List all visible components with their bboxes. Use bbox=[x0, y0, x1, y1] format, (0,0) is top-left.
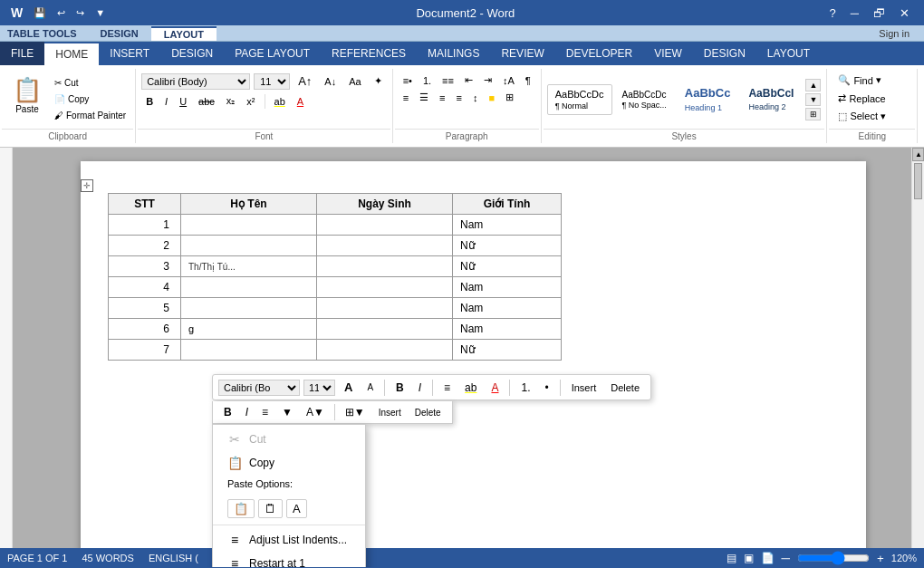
scroll-thumb[interactable] bbox=[914, 163, 922, 199]
mini-italic-btn[interactable]: I bbox=[413, 380, 427, 396]
sign-in-btn[interactable]: Sign in bbox=[871, 26, 917, 41]
view-print-btn[interactable]: ▤ bbox=[727, 552, 736, 564]
decrease-indent-btn[interactable]: ⇤ bbox=[460, 72, 477, 88]
align-left-btn[interactable]: ≡ bbox=[399, 91, 413, 105]
view-web-btn[interactable]: ▣ bbox=[744, 552, 754, 564]
increase-indent-btn[interactable]: ⇥ bbox=[479, 72, 496, 88]
minimize-btn[interactable]: ─ bbox=[843, 5, 866, 22]
mini-row2-highlight[interactable]: ▼ bbox=[276, 404, 298, 420]
sort-btn[interactable]: ↕A bbox=[498, 73, 519, 88]
font-color-btn[interactable]: A bbox=[293, 94, 308, 109]
mini-highlight-btn[interactable]: ab bbox=[459, 380, 482, 396]
mini-bold-btn[interactable]: B bbox=[390, 380, 409, 396]
tab-view[interactable]: VIEW bbox=[643, 42, 693, 65]
mini-row2-color[interactable]: A▼ bbox=[301, 404, 330, 420]
mini-font-select[interactable]: Calibri (Bo bbox=[218, 380, 300, 396]
italic-btn[interactable]: I bbox=[160, 94, 172, 109]
bullets-btn[interactable]: ≡• bbox=[399, 73, 417, 88]
document-main[interactable]: ✛ STT Họ Tên Ngày Sinh Giới Tính 1 bbox=[13, 148, 911, 567]
numbering-btn[interactable]: 1. bbox=[419, 73, 436, 88]
paste-opt-2[interactable]: 🗒 bbox=[258, 499, 283, 518]
mini-delete-btn[interactable]: Delete bbox=[605, 380, 645, 395]
mini-row2-insert[interactable]: Insert bbox=[373, 406, 407, 419]
subscript-btn[interactable]: x₂ bbox=[222, 93, 240, 109]
table-move-handle[interactable]: ✛ bbox=[81, 179, 93, 192]
tab-mailings[interactable]: MAILINGS bbox=[417, 42, 490, 65]
justify-btn[interactable]: ≡ bbox=[451, 91, 466, 105]
zoom-minus-btn[interactable]: ─ bbox=[782, 552, 790, 565]
scroll-up-btn[interactable]: ▲ bbox=[912, 148, 924, 161]
mini-bullets-btn[interactable]: • bbox=[539, 380, 553, 396]
strikethrough-btn[interactable]: abc bbox=[194, 94, 219, 109]
tab-page-layout[interactable]: PAGE LAYOUT bbox=[224, 42, 321, 65]
case-btn[interactable]: Aa bbox=[344, 74, 365, 89]
borders-btn[interactable]: ⊞ bbox=[501, 90, 518, 105]
tab-review[interactable]: REVIEW bbox=[490, 42, 554, 65]
line-spacing-btn[interactable]: ↕ bbox=[468, 91, 483, 105]
mini-color-btn[interactable]: A bbox=[486, 380, 504, 396]
help-btn[interactable]: ? bbox=[823, 5, 843, 22]
ctx-cut[interactable]: ✂ Cut bbox=[213, 428, 365, 451]
tab-file[interactable]: FILE bbox=[0, 42, 44, 65]
replace-btn[interactable]: ⇄ Replace bbox=[833, 91, 890, 106]
tab-design[interactable]: DESIGN bbox=[88, 26, 151, 41]
cut-button[interactable]: ✂ Cut bbox=[51, 76, 130, 90]
redo-quick-btn[interactable]: ↪ bbox=[72, 5, 88, 21]
paste-button[interactable]: 📋 Paste bbox=[5, 72, 49, 118]
align-right-btn[interactable]: ≡ bbox=[435, 91, 449, 105]
shading-btn[interactable]: ■ bbox=[484, 91, 499, 105]
style-normal[interactable]: AaBbCcDc¶ Normal bbox=[547, 84, 612, 115]
style-heading1[interactable]: AaBbCcHeading 1 bbox=[677, 82, 739, 118]
mini-row2-delete[interactable]: Delete bbox=[409, 406, 447, 419]
mini-numbering-btn[interactable]: 1. bbox=[515, 380, 535, 396]
highlight-btn[interactable]: ab bbox=[270, 94, 290, 109]
styles-scroll-up[interactable]: ▲ bbox=[805, 79, 821, 91]
style-no-spacing[interactable]: AaBbCcDc¶ No Spac... bbox=[614, 85, 675, 114]
zoom-plus-btn[interactable]: + bbox=[877, 552, 884, 565]
tab-design[interactable]: DESIGN bbox=[160, 42, 224, 65]
grow-font-btn[interactable]: A↑ bbox=[294, 72, 316, 90]
paste-opt-1[interactable]: 📋 bbox=[227, 499, 255, 518]
underline-btn[interactable]: U bbox=[175, 94, 191, 109]
tab-references[interactable]: REFERENCES bbox=[321, 42, 417, 65]
view-read-btn[interactable]: 📄 bbox=[761, 552, 775, 564]
paste-opt-3[interactable]: A bbox=[286, 499, 307, 518]
style-heading2[interactable]: AaBbCcIHeading 2 bbox=[740, 82, 802, 117]
zoom-slider[interactable] bbox=[797, 551, 870, 565]
mini-row2-align[interactable]: ≡ bbox=[256, 404, 274, 420]
font-name-select[interactable]: Calibri (Body) bbox=[141, 73, 250, 90]
format-painter-button[interactable]: 🖌 Format Painter bbox=[51, 109, 130, 122]
ctx-copy[interactable]: 📋 Copy bbox=[213, 451, 365, 475]
tab-insert[interactable]: INSERT bbox=[99, 42, 160, 65]
scrollbar-right[interactable]: ▲ ▼ bbox=[911, 148, 924, 567]
maximize-btn[interactable]: 🗗 bbox=[866, 5, 892, 22]
customize-quick-btn[interactable]: ▼ bbox=[91, 5, 109, 20]
copy-button[interactable]: 📄 Copy bbox=[51, 92, 130, 106]
shrink-font-btn[interactable]: A↓ bbox=[320, 74, 341, 89]
mini-row2-italic[interactable]: I bbox=[240, 404, 254, 420]
select-btn[interactable]: ⬚ Select ▾ bbox=[833, 109, 891, 124]
save-quick-btn[interactable]: 💾 bbox=[30, 5, 50, 21]
mini-grow-btn[interactable]: A bbox=[339, 379, 358, 396]
undo-quick-btn[interactable]: ↩ bbox=[53, 5, 69, 21]
superscript-btn[interactable]: x² bbox=[242, 94, 259, 109]
mini-shrink-btn[interactable]: A bbox=[361, 380, 379, 394]
clear-format-btn[interactable]: ✦ bbox=[370, 73, 387, 89]
ctx-adjust-list[interactable]: ≡ Adjust List Indents... bbox=[213, 528, 365, 552]
mini-row2-bold[interactable]: B bbox=[218, 404, 237, 420]
tab-home[interactable]: HOME bbox=[44, 42, 99, 65]
tab-table-design[interactable]: DESIGN bbox=[693, 42, 756, 65]
mini-size-select[interactable]: 11 bbox=[303, 380, 335, 396]
mini-align-btn[interactable]: ≡ bbox=[438, 380, 456, 396]
bold-btn[interactable]: B bbox=[141, 94, 158, 109]
tab-developer[interactable]: DEVELOPER bbox=[555, 42, 643, 65]
mini-row2-table[interactable]: ⊞▼ bbox=[340, 404, 371, 420]
multilevel-btn[interactable]: ≡≡ bbox=[438, 73, 458, 88]
close-btn[interactable]: ✕ bbox=[892, 5, 917, 22]
show-marks-btn[interactable]: ¶ bbox=[521, 73, 535, 88]
font-size-select[interactable]: 11 bbox=[254, 73, 290, 90]
find-btn[interactable]: 🔍 Find ▾ bbox=[833, 72, 886, 88]
styles-expand[interactable]: ⊞ bbox=[805, 108, 821, 120]
tab-table-layout[interactable]: LAYOUT bbox=[756, 42, 821, 65]
tab-layout[interactable]: LAYOUT bbox=[151, 26, 217, 41]
